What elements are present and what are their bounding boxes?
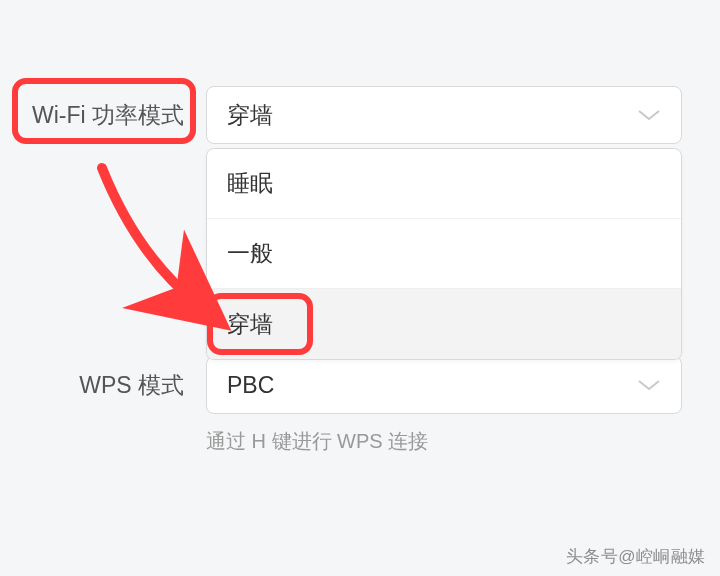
wps-label: WPS 模式 [0, 356, 206, 401]
wps-helper-text: 通过 H 键进行 WPS 连接 [206, 428, 720, 455]
wifi-power-option-sleep[interactable]: 睡眠 [207, 149, 681, 219]
wifi-power-dropdown: 睡眠 一般 穿墙 [206, 148, 682, 360]
wifi-power-select-box[interactable]: 穿墙 [206, 86, 682, 144]
wps-select: PBC [206, 356, 682, 414]
wifi-power-option-normal[interactable]: 一般 [207, 219, 681, 289]
wps-field: WPS 模式 PBC [0, 356, 720, 414]
wps-selected-value: PBC [227, 372, 274, 399]
wifi-power-label: Wi-Fi 功率模式 [0, 86, 206, 131]
wifi-power-field: Wi-Fi 功率模式 穿墙 睡眠 一般 穿墙 [0, 86, 720, 144]
wifi-power-select: 穿墙 睡眠 一般 穿墙 [206, 86, 682, 144]
chevron-down-icon [637, 108, 661, 122]
watermark-text: 头条号@崆峒融媒 [566, 545, 706, 568]
settings-form: Wi-Fi 功率模式 穿墙 睡眠 一般 穿墙 WPS 模式 PBC [0, 0, 720, 455]
wifi-power-option-wall[interactable]: 穿墙 [207, 289, 681, 359]
wps-select-box[interactable]: PBC [206, 356, 682, 414]
wifi-power-selected-value: 穿墙 [227, 100, 273, 131]
chevron-down-icon [637, 378, 661, 392]
